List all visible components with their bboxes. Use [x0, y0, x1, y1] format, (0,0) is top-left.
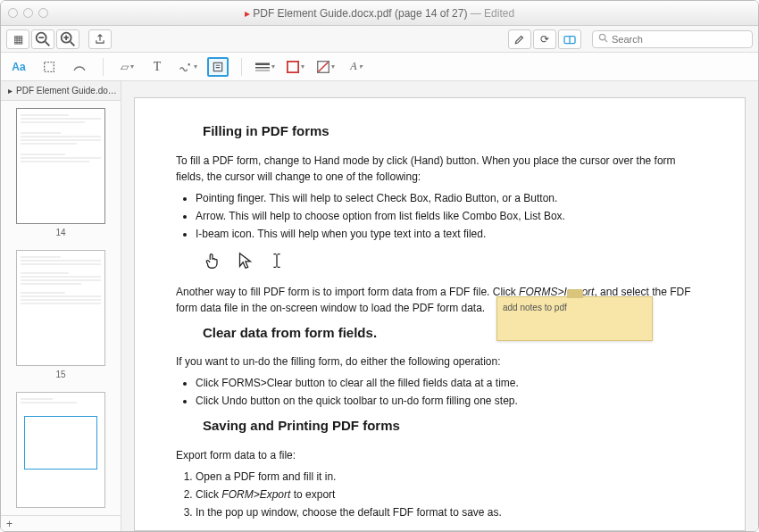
sticky-note-text[interactable]: add notes to pdf	[497, 297, 652, 318]
svg-line-21	[318, 62, 328, 71]
sidebar-file-tab[interactable]: ▸ PDF Element Guide.docx.pdf	[1, 81, 121, 101]
list-item: Arrow. This will help to choose option f…	[196, 208, 704, 224]
markup-toggle-button[interactable]	[508, 29, 531, 49]
fill-color-tool[interactable]: ▾	[315, 57, 337, 77]
heading-saving-printing: Saving and Printing PDF forms	[176, 416, 704, 436]
rotate-button[interactable]: ⟳	[533, 29, 556, 49]
content-area: ▸ PDF Element Guide.docx.pdf 14	[1, 81, 758, 531]
svg-point-12	[188, 63, 189, 64]
note-tool[interactable]	[207, 57, 229, 77]
font-style-tool[interactable]: A▾	[346, 57, 367, 77]
primary-toolbar: ▦ ⟳	[1, 26, 758, 53]
search-field[interactable]	[592, 30, 753, 48]
shape-tool[interactable]: ▱▾	[116, 57, 138, 77]
zoom-in-button[interactable]	[56, 29, 79, 49]
list-item: Open a PDF form and fill it in.	[196, 469, 704, 485]
svg-line-1	[46, 41, 50, 46]
document-viewport[interactable]: Filling in PDF forms To fill a PDF form,…	[121, 81, 758, 531]
zoom-window-button[interactable]	[38, 8, 48, 18]
title-filename: PDF Element Guide.docx.pdf	[253, 7, 391, 20]
sticky-note[interactable]: add notes to pdf	[496, 296, 653, 341]
thumbnail-page-14[interactable]: 14	[16, 108, 105, 237]
svg-line-4	[71, 41, 75, 46]
paragraph: Export form data to a file:	[176, 447, 704, 463]
list-item: Click Undo button on the quick toolbar t…	[196, 393, 704, 409]
sidebar-toggle-button[interactable]: ▦	[6, 29, 29, 49]
pointing-hand-icon	[203, 251, 222, 275]
draw-tool[interactable]	[69, 57, 90, 77]
thumbnail-page-number: 15	[55, 370, 65, 379]
thumbnail-page-15[interactable]: 15	[16, 250, 105, 379]
list-item: Click FORM>Export to export	[196, 486, 704, 503]
svg-rect-19	[288, 61, 299, 72]
ibeam-cursor-icon	[267, 251, 287, 275]
sticky-note-tab-icon	[567, 289, 583, 298]
chevron-right-icon: ▸	[8, 86, 13, 96]
page-content: Filling in PDF forms To fill a PDF form,…	[134, 97, 746, 531]
search-input[interactable]	[612, 34, 746, 45]
border-color-tool[interactable]: ▾	[285, 57, 306, 77]
search-icon	[598, 33, 608, 45]
minimize-window-button[interactable]	[23, 8, 33, 18]
add-page-button[interactable]: +	[1, 515, 121, 531]
thumbnail-page-number: 14	[55, 228, 65, 237]
cursor-icons-row	[203, 251, 704, 275]
thumbnail-page-16[interactable]	[16, 392, 105, 508]
heading-filling-forms: Filling in PDF forms	[176, 121, 704, 142]
form-tools-button[interactable]	[558, 29, 581, 49]
paragraph: If you want to un-do the filling form, d…	[176, 353, 704, 370]
close-window-button[interactable]	[8, 8, 18, 18]
text-style-tool[interactable]: Aa	[8, 57, 29, 77]
title-page-indicator: (page 14 of 27)	[395, 7, 467, 20]
arrow-cursor-icon	[235, 251, 254, 275]
zoom-out-button[interactable]	[31, 29, 54, 49]
thumbnail-sidebar: ▸ PDF Element Guide.docx.pdf 14	[1, 81, 121, 531]
annotation-toolbar: Aa ▱▾ T ▾ ▾ ▾ ▾ A▾	[1, 53, 758, 81]
svg-rect-11	[45, 62, 54, 71]
signature-tool[interactable]: ▾	[177, 57, 198, 77]
traffic-lights	[1, 8, 48, 18]
list-item: Pointing finger. This will help to selec…	[196, 190, 704, 206]
svg-line-10	[605, 39, 607, 42]
line-style-tool[interactable]: ▾	[254, 57, 276, 77]
thumbnail-list: 14 15	[1, 101, 121, 515]
list-item: In the pop up window, choose the default…	[196, 504, 704, 520]
pdf-file-icon: ▸	[245, 7, 250, 20]
svg-point-9	[599, 34, 605, 39]
title-edited-indicator: — Edited	[471, 7, 514, 20]
sidebar-file-label: PDF Element Guide.docx.pdf	[16, 86, 121, 96]
list-item: Click FORMS>Clear button to clear all th…	[196, 375, 704, 391]
list-item: I-beam icon. This will help when you typ…	[196, 226, 704, 242]
window-title: ▸ PDF Element Guide.docx.pdf (page 14 of…	[1, 7, 758, 20]
select-area-tool[interactable]	[38, 57, 60, 77]
paragraph: To fill a PDF form, change to Hand mode …	[176, 153, 704, 185]
share-button[interactable]	[88, 29, 112, 49]
text-tool[interactable]: T	[146, 57, 168, 77]
window-titlebar: ▸ PDF Element Guide.docx.pdf (page 14 of…	[1, 1, 758, 26]
